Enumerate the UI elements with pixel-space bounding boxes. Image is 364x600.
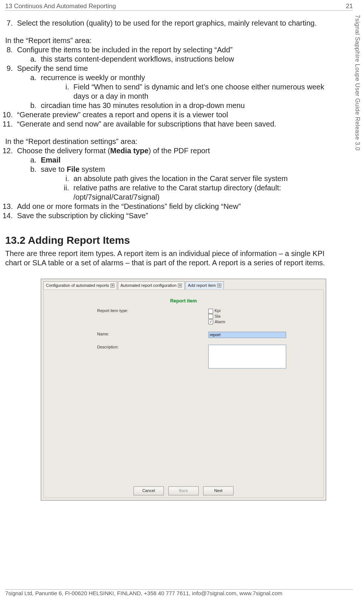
step-9a: recurrence is weekly or monthly Field “W… — [39, 73, 339, 101]
form-heading: Report item — [45, 298, 322, 304]
step-10: “Generate preview” creates a report and … — [15, 110, 339, 119]
label-name: Name: — [45, 332, 208, 338]
section-body: There are three report item types. A rep… — [5, 249, 339, 268]
step-9: Specify the send time recurrence is week… — [15, 64, 339, 110]
name-input[interactable]: report — [208, 332, 286, 338]
close-icon[interactable]: × — [110, 283, 115, 288]
step-8a: this starts content-dependent workflows,… — [39, 55, 339, 64]
tab-label: Add report item — [188, 283, 216, 288]
checkbox-sla-label: Sla — [215, 314, 221, 319]
checkbox-sla[interactable] — [208, 314, 213, 319]
sidebar-doc-title: 7signal Sapphire Loupe User Guide Releas… — [353, 15, 361, 163]
close-icon[interactable]: × — [217, 283, 221, 288]
step-12a: Email — [39, 155, 339, 165]
step-7: Select the resolution (quality) to be us… — [15, 19, 339, 28]
tab-label: Configuration of automated reports — [46, 283, 109, 288]
next-button[interactable]: Next — [203, 486, 234, 495]
checkbox-alarm[interactable] — [208, 319, 213, 324]
header-rule — [5, 10, 353, 11]
tab-add-report-item[interactable]: Add report item × — [185, 281, 224, 289]
section-lead-destination: In the “Report destination settings” are… — [5, 137, 339, 146]
step-12: Choose the delivery format (Media type) … — [15, 146, 339, 202]
cancel-button[interactable]: Cancel — [133, 486, 164, 495]
description-input[interactable] — [208, 345, 286, 368]
header-chapter: 13 Continuos And Automated Reporting — [5, 2, 116, 10]
step-14: Save the subscription by clicking “Save” — [15, 211, 339, 220]
step-9a-i: Field “When to send” is dynamic and let’… — [71, 82, 339, 101]
section-heading: 13.2 Adding Report Items — [5, 234, 339, 247]
step-13: Add one or more formats in the “Destinat… — [15, 202, 339, 211]
step-12b: save to File system an absolute path giv… — [39, 165, 339, 202]
header-page-number: 21 — [346, 2, 353, 10]
section-lead-report-items: In the “Report items” area: — [5, 36, 339, 45]
checkbox-kpi-label: Kpi — [215, 308, 221, 314]
close-icon[interactable]: × — [178, 283, 182, 288]
step-12b-i: an absolute path gives the location in t… — [71, 174, 339, 183]
tab-automated-report-config[interactable]: Automated report configuration × — [118, 281, 185, 289]
checkbox-kpi[interactable] — [208, 309, 213, 314]
label-report-item-type: Report item type: — [45, 308, 208, 325]
step-8: Configure the items to be included in th… — [15, 45, 339, 64]
step-12b-ii: relative paths are relative to the Carat… — [71, 183, 339, 202]
tab-label: Automated report configuration — [120, 283, 176, 288]
step-9b: circadian time has 30 minutes resolution… — [39, 101, 339, 110]
footer-text: 7signal Ltd, Panuntie 6, FI-00620 HELSIN… — [5, 590, 353, 597]
label-description: Description: — [45, 345, 208, 368]
back-button[interactable]: Back — [168, 486, 199, 495]
checkbox-alarm-label: Alarm — [215, 319, 225, 325]
screenshot-add-report-item: Configuration of automated reports × Aut… — [41, 279, 326, 501]
tab-config-automated-reports[interactable]: Configuration of automated reports × — [43, 281, 117, 289]
footer-rule — [5, 589, 353, 590]
step-11: “Generate and send now” are available fo… — [15, 119, 339, 129]
